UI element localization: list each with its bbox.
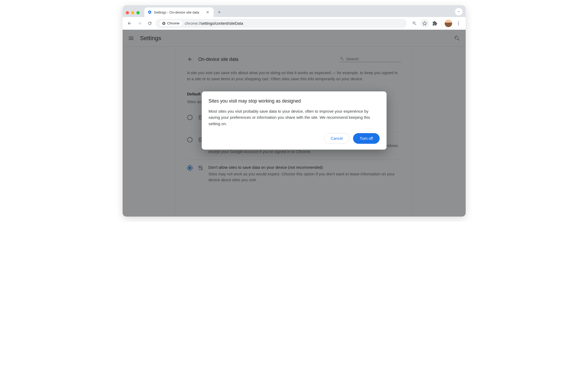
forward-button[interactable] <box>135 19 144 28</box>
dots-vertical-icon <box>456 21 461 26</box>
arrow-right-icon <box>137 21 142 26</box>
dialog-body: Most sites you visit probably save data … <box>208 108 380 127</box>
browser-tab[interactable]: Settings - On-device site data ✕ <box>144 7 214 17</box>
site-chip[interactable]: Chrome <box>159 20 182 26</box>
reload-button[interactable] <box>145 19 154 28</box>
chevron-down-icon <box>457 10 461 14</box>
svg-point-1 <box>163 23 164 24</box>
profile-button[interactable] <box>444 19 453 28</box>
new-tab-button[interactable]: + <box>216 9 223 16</box>
svg-point-3 <box>458 23 459 24</box>
tab-search-button[interactable] <box>455 8 462 15</box>
tab-strip: Settings - On-device site data ✕ + <box>123 5 466 17</box>
gear-icon <box>148 10 152 14</box>
site-chip-label: Chrome <box>167 21 180 25</box>
window-maximize-button[interactable] <box>136 11 140 14</box>
browser-toolbar: Chrome chrome://settings/content/siteDat… <box>123 17 466 30</box>
window-controls <box>125 11 142 17</box>
url-text: chrome://settings/content/siteData <box>185 21 243 26</box>
chrome-menu-button[interactable] <box>454 19 463 28</box>
turn-off-button[interactable]: Turn off <box>353 133 380 144</box>
toolbar-divider <box>441 20 442 26</box>
confirm-dialog: Sites you visit may stop working as desi… <box>202 91 386 150</box>
dialog-actions: Cancel Turn off <box>208 133 380 144</box>
tab-title: Settings - On-device site data <box>154 10 203 14</box>
bookmark-button[interactable] <box>420 19 429 28</box>
address-bar[interactable]: Chrome chrome://settings/content/siteDat… <box>156 19 407 28</box>
window-close-button[interactable] <box>126 11 129 14</box>
avatar-icon <box>445 20 452 27</box>
arrow-left-icon <box>127 21 132 26</box>
svg-point-4 <box>458 24 459 25</box>
reload-icon <box>147 21 152 26</box>
svg-point-2 <box>458 22 459 22</box>
browser-window: Settings - On-device site data ✕ + Chrom… <box>123 5 466 217</box>
back-button[interactable] <box>125 19 134 28</box>
window-minimize-button[interactable] <box>131 11 134 14</box>
star-icon <box>422 21 427 26</box>
zoom-icon <box>412 21 417 26</box>
page-content: Settings On-device site data A site you … <box>123 30 466 217</box>
dialog-title: Sites you visit may stop working as desi… <box>208 98 380 104</box>
cancel-button[interactable]: Cancel <box>324 133 349 144</box>
toolbar-actions <box>410 19 463 28</box>
chrome-logo-icon <box>162 22 166 25</box>
close-tab-button[interactable]: ✕ <box>205 10 210 15</box>
extensions-button[interactable] <box>430 19 439 28</box>
zoom-button[interactable] <box>410 19 419 28</box>
puzzle-icon <box>432 21 437 26</box>
